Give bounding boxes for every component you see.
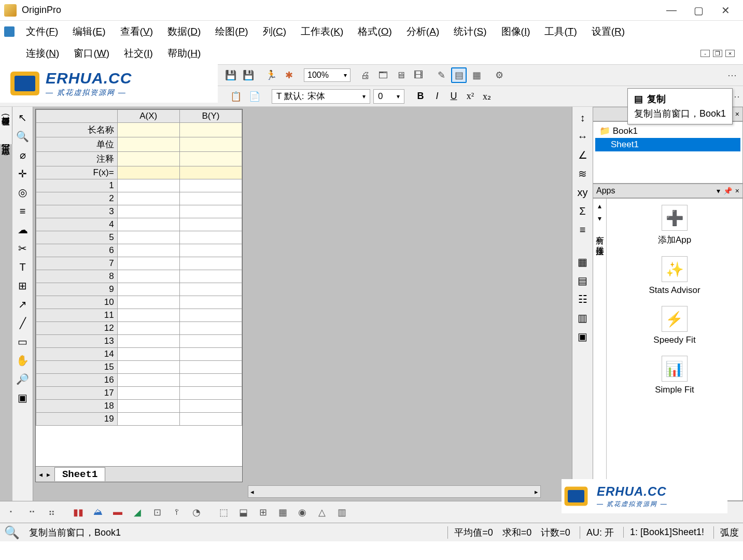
grid-icon[interactable]: ⊞ xyxy=(15,278,31,293)
surface-icon[interactable]: ⬓ xyxy=(235,505,251,520)
scissors-icon[interactable]: ✂ xyxy=(15,241,31,256)
axis-x-icon[interactable]: ↔ xyxy=(575,129,591,144)
menu-item[interactable]: 工具(T) xyxy=(537,23,584,40)
pie-icon[interactable]: ◔ xyxy=(189,505,204,520)
screen-icon[interactable]: 🖥 xyxy=(393,67,409,83)
stop-icon[interactable]: ✱ xyxy=(281,67,297,83)
apps-tab-all[interactable]: 所有 xyxy=(593,227,606,233)
dropper-icon[interactable]: ≡ xyxy=(15,203,31,219)
ternary-icon[interactable]: △ xyxy=(314,505,330,520)
clipboard-icon[interactable]: 📄 xyxy=(247,89,262,104)
menu-item[interactable]: 工作表(K) xyxy=(293,23,351,40)
arrow-icon[interactable]: ↗ xyxy=(15,297,31,312)
superscript-button[interactable]: x² xyxy=(464,90,477,103)
subscript-button[interactable]: x₂ xyxy=(480,90,494,103)
menu-item[interactable]: 数据(D) xyxy=(160,23,208,40)
film-icon[interactable]: 🎞 xyxy=(411,67,426,83)
layout3-icon[interactable]: ☷ xyxy=(575,291,591,307)
menu-item[interactable]: 帮助(H) xyxy=(160,45,208,62)
rect-icon[interactable]: ▭ xyxy=(15,334,31,349)
contour-icon[interactable]: ⊞ xyxy=(255,505,271,520)
mdi-close-icon[interactable]: × xyxy=(725,50,735,57)
status-search-icon[interactable]: 🔍 xyxy=(4,525,20,540)
app-item[interactable]: ✨Stats Advisor xyxy=(649,256,700,296)
layout5-icon[interactable]: ▣ xyxy=(575,329,591,344)
menu-item[interactable]: 编辑(E) xyxy=(65,23,113,40)
line-scatter-icon[interactable]: ⠶ xyxy=(44,505,59,520)
hscrollbar[interactable]: ◂ ▸ xyxy=(248,485,541,498)
cloud-icon[interactable]: ☁ xyxy=(15,222,31,237)
layout4-icon[interactable]: ▥ xyxy=(575,310,591,326)
line-icon[interactable]: ╱ xyxy=(15,315,31,331)
fill-icon[interactable]: ◢ xyxy=(130,505,145,520)
stats-icon[interactable]: Σ xyxy=(575,203,591,219)
scroll-left-icon[interactable]: ◂ xyxy=(250,488,254,496)
linear-icon[interactable]: ∠ xyxy=(575,147,591,163)
zoom-in-icon[interactable]: 🔍 xyxy=(15,129,31,144)
side-tab-hints[interactable]: 提示日志 xyxy=(0,136,12,144)
ruler-icon[interactable]: ≡ xyxy=(575,222,591,237)
menu-item[interactable]: 社交(I) xyxy=(117,45,160,62)
down-icon[interactable]: ▾ xyxy=(598,214,601,222)
menu-item[interactable]: 统计(S) xyxy=(446,23,494,40)
close-button[interactable]: ✕ xyxy=(712,2,739,19)
app-item[interactable]: ➕添加App xyxy=(658,205,691,246)
close-panel-icon[interactable]: × xyxy=(735,110,739,118)
box-icon[interactable]: ⊡ xyxy=(149,505,165,520)
dropdown-icon[interactable]: ▾ xyxy=(717,187,720,195)
text-icon[interactable]: T xyxy=(15,259,31,275)
data-grid[interactable]: A(X)B(Y)长名称单位注释F(x)=12345678910111213141… xyxy=(36,109,242,466)
zoom-combo[interactable]: 100%▾ xyxy=(304,68,351,82)
palette-icon[interactable]: ▣ xyxy=(15,390,31,405)
paste-icon[interactable]: 📋 xyxy=(228,89,244,104)
menu-item[interactable]: 查看(V) xyxy=(113,23,160,40)
3d-icon[interactable]: ⬚ xyxy=(216,505,231,520)
save-icon[interactable]: 💾 xyxy=(223,67,239,83)
menu-item[interactable]: 窗口(W) xyxy=(66,45,117,62)
bar-icon[interactable]: ▮▮ xyxy=(71,505,86,520)
pin-icon[interactable]: 📌 xyxy=(723,187,732,195)
menu-item[interactable]: 设置(R) xyxy=(584,23,632,40)
magnify-icon[interactable]: 🔎 xyxy=(15,371,31,387)
close-panel-icon[interactable]: × xyxy=(735,187,739,195)
font-combo[interactable]: T 默认: 宋体 ▾ xyxy=(272,89,370,104)
mdi-min-icon[interactable]: - xyxy=(700,50,710,57)
app-item[interactable]: 📊Simple Fit xyxy=(655,356,694,395)
sheet-nav[interactable]: ◂ ▸ xyxy=(36,470,54,479)
layout1-icon[interactable]: ▦ xyxy=(575,254,591,270)
menu-item[interactable]: 分析(A) xyxy=(399,23,446,40)
maximize-button[interactable]: ▢ xyxy=(685,2,712,19)
bold-button[interactable]: B xyxy=(414,90,427,103)
layout-icon[interactable]: ▤ xyxy=(451,67,467,83)
font-size-combo[interactable]: 0▾ xyxy=(373,89,404,104)
underline-button[interactable]: U xyxy=(447,90,460,103)
menu-item[interactable]: 绘图(P) xyxy=(208,23,255,40)
sheet-tab[interactable]: Sheet1 xyxy=(54,467,105,481)
line-plot-icon[interactable]: ⠒ xyxy=(24,505,39,520)
matrix-icon[interactable]: ▦ xyxy=(275,505,290,520)
save-all-icon[interactable]: 💾 xyxy=(241,67,256,83)
scroll-right-icon[interactable]: ▸ xyxy=(535,488,538,496)
print-icon[interactable]: 🖨 xyxy=(358,67,373,83)
multi-icon[interactable]: ▥ xyxy=(334,505,349,520)
log-icon[interactable]: ≋ xyxy=(575,166,591,181)
pointer-icon[interactable]: ↖ xyxy=(15,110,31,125)
xy-icon[interactable]: xy xyxy=(575,185,591,200)
run-icon[interactable]: 🏃 xyxy=(263,67,279,83)
menu-item[interactable]: 图像(I) xyxy=(494,23,538,40)
menu-item[interactable]: 格式(O) xyxy=(351,23,399,40)
app-item[interactable]: ⚡Speedy Fit xyxy=(653,306,695,345)
side-tab-project[interactable]: 项目管理器 (1) xyxy=(0,107,12,128)
layout2-icon[interactable]: ▤ xyxy=(575,273,591,288)
italic-button[interactable]: I xyxy=(430,90,444,103)
scatter-icon[interactable]: ⠂ xyxy=(4,505,20,520)
target-icon[interactable]: ◎ xyxy=(15,185,31,200)
menu-item[interactable]: 文件(F) xyxy=(19,23,65,40)
panel-icon[interactable]: ▦ xyxy=(469,67,484,83)
stack-icon[interactable]: ▬ xyxy=(110,505,125,520)
side-tab-messages[interactable]: 消息日志 xyxy=(0,128,12,136)
crosshair-icon[interactable]: ✛ xyxy=(15,166,31,181)
tree-icon[interactable]: ⚙ xyxy=(492,67,507,83)
hand-icon[interactable]: ✋ xyxy=(15,353,31,368)
menu-item[interactable]: 列(C) xyxy=(256,23,293,40)
